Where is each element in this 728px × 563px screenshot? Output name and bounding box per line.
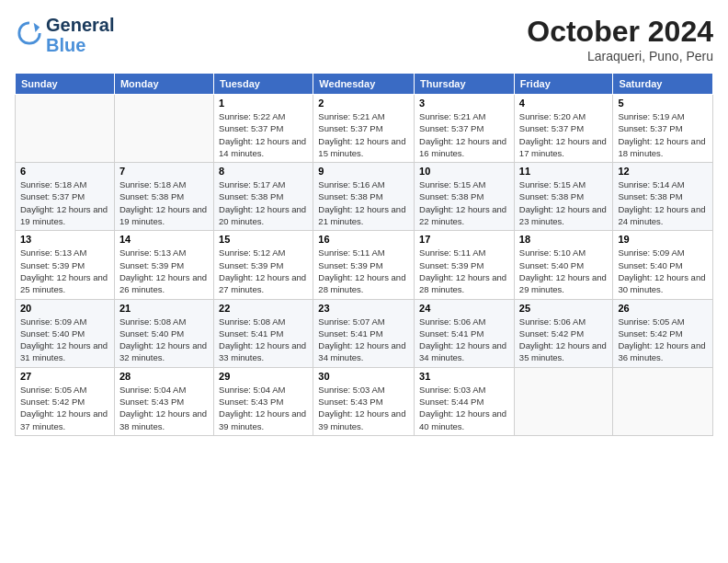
table-row: 27 Sunrise: 5:05 AMSunset: 5:42 PMDaylig…	[16, 367, 115, 435]
col-tuesday: Tuesday	[214, 74, 313, 95]
col-thursday: Thursday	[415, 74, 515, 95]
day-info: Sunrise: 5:20 AMSunset: 5:37 PMDaylight:…	[519, 110, 609, 159]
day-info: Sunrise: 5:10 AMSunset: 5:40 PMDaylight:…	[519, 247, 609, 295]
day-info: Sunrise: 5:09 AMSunset: 5:40 PMDaylight:…	[20, 316, 109, 364]
day-info: Sunrise: 5:19 AMSunset: 5:37 PMDaylight:…	[618, 110, 708, 159]
day-info: Sunrise: 5:13 AMSunset: 5:39 PMDaylight:…	[20, 247, 109, 295]
logo-text-line1: General	[46, 15, 114, 35]
col-friday: Friday	[514, 74, 613, 95]
table-row: 1 Sunrise: 5:22 AMSunset: 5:37 PMDayligh…	[214, 95, 313, 163]
table-row: 24 Sunrise: 5:06 AMSunset: 5:41 PMDaylig…	[415, 299, 515, 367]
day-number: 18	[519, 234, 609, 245]
calendar-week-row: 1 Sunrise: 5:22 AMSunset: 5:37 PMDayligh…	[16, 95, 713, 163]
table-row	[16, 95, 115, 163]
day-info: Sunrise: 5:17 AMSunset: 5:38 PMDaylight:…	[219, 178, 308, 227]
day-info: Sunrise: 5:05 AMSunset: 5:42 PMDaylight:…	[618, 316, 708, 364]
calendar-subtitle: Laraqueri, Puno, Peru	[527, 49, 713, 63]
table-row: 23 Sunrise: 5:07 AMSunset: 5:41 PMDaylig…	[313, 299, 415, 367]
day-number: 1	[219, 98, 308, 109]
table-row: 13 Sunrise: 5:13 AMSunset: 5:39 PMDaylig…	[16, 231, 115, 299]
day-info: Sunrise: 5:04 AMSunset: 5:43 PMDaylight:…	[119, 384, 209, 432]
col-monday: Monday	[114, 74, 213, 95]
table-row: 20 Sunrise: 5:09 AMSunset: 5:40 PMDaylig…	[16, 299, 115, 367]
table-row: 7 Sunrise: 5:18 AMSunset: 5:38 PMDayligh…	[114, 163, 213, 231]
day-number: 23	[318, 303, 409, 314]
day-info: Sunrise: 5:06 AMSunset: 5:42 PMDaylight:…	[519, 316, 609, 364]
table-row: 29 Sunrise: 5:04 AMSunset: 5:43 PMDaylig…	[214, 367, 313, 435]
table-row: 11 Sunrise: 5:15 AMSunset: 5:38 PMDaylig…	[514, 163, 613, 231]
col-sunday: Sunday	[16, 74, 115, 95]
day-number: 24	[419, 303, 509, 314]
calendar-week-row: 27 Sunrise: 5:05 AMSunset: 5:42 PMDaylig…	[16, 367, 713, 435]
day-info: Sunrise: 5:11 AMSunset: 5:39 PMDaylight:…	[318, 247, 409, 295]
page: General Blue October 2024 Laraqueri, Pun…	[0, 0, 728, 563]
day-number: 19	[618, 234, 708, 245]
day-number: 28	[119, 371, 209, 382]
day-info: Sunrise: 5:12 AMSunset: 5:39 PMDaylight:…	[219, 247, 308, 295]
day-info: Sunrise: 5:03 AMSunset: 5:44 PMDaylight:…	[419, 384, 509, 432]
day-number: 25	[519, 303, 609, 314]
table-row: 26 Sunrise: 5:05 AMSunset: 5:42 PMDaylig…	[613, 299, 713, 367]
table-row: 3 Sunrise: 5:21 AMSunset: 5:37 PMDayligh…	[415, 95, 515, 163]
day-number: 2	[318, 98, 409, 109]
table-row: 25 Sunrise: 5:06 AMSunset: 5:42 PMDaylig…	[514, 299, 613, 367]
calendar-table: Sunday Monday Tuesday Wednesday Thursday…	[15, 73, 713, 436]
day-info: Sunrise: 5:14 AMSunset: 5:38 PMDaylight:…	[618, 178, 708, 227]
day-info: Sunrise: 5:05 AMSunset: 5:42 PMDaylight:…	[20, 384, 109, 432]
day-number: 14	[119, 234, 209, 245]
day-number: 5	[618, 98, 708, 109]
day-number: 16	[318, 234, 409, 245]
table-row: 6 Sunrise: 5:18 AMSunset: 5:37 PMDayligh…	[16, 163, 115, 231]
table-row: 15 Sunrise: 5:12 AMSunset: 5:39 PMDaylig…	[214, 231, 313, 299]
day-info: Sunrise: 5:21 AMSunset: 5:37 PMDaylight:…	[318, 110, 409, 159]
day-number: 22	[219, 303, 308, 314]
day-number: 9	[318, 166, 409, 177]
day-info: Sunrise: 5:09 AMSunset: 5:40 PMDaylight:…	[618, 247, 708, 295]
day-info: Sunrise: 5:08 AMSunset: 5:40 PMDaylight:…	[119, 316, 209, 364]
table-row: 19 Sunrise: 5:09 AMSunset: 5:40 PMDaylig…	[613, 231, 713, 299]
day-info: Sunrise: 5:08 AMSunset: 5:41 PMDaylight:…	[219, 316, 308, 364]
table-row: 18 Sunrise: 5:10 AMSunset: 5:40 PMDaylig…	[514, 231, 613, 299]
day-info: Sunrise: 5:07 AMSunset: 5:41 PMDaylight:…	[318, 316, 409, 364]
day-number: 10	[419, 166, 509, 177]
day-number: 13	[20, 234, 109, 245]
table-row: 8 Sunrise: 5:17 AMSunset: 5:38 PMDayligh…	[214, 163, 313, 231]
table-row: 2 Sunrise: 5:21 AMSunset: 5:37 PMDayligh…	[313, 95, 415, 163]
day-number: 11	[519, 166, 609, 177]
table-row: 28 Sunrise: 5:04 AMSunset: 5:43 PMDaylig…	[114, 367, 213, 435]
title-block: October 2024 Laraqueri, Puno, Peru	[527, 15, 713, 63]
day-number: 21	[119, 303, 209, 314]
table-row: 30 Sunrise: 5:03 AMSunset: 5:43 PMDaylig…	[313, 367, 415, 435]
table-row: 21 Sunrise: 5:08 AMSunset: 5:40 PMDaylig…	[114, 299, 213, 367]
day-info: Sunrise: 5:13 AMSunset: 5:39 PMDaylight:…	[119, 247, 209, 295]
day-info: Sunrise: 5:22 AMSunset: 5:37 PMDaylight:…	[219, 110, 308, 159]
day-number: 7	[119, 166, 209, 177]
header: General Blue October 2024 Laraqueri, Pun…	[15, 15, 713, 63]
day-number: 6	[20, 166, 109, 177]
day-info: Sunrise: 5:06 AMSunset: 5:41 PMDaylight:…	[419, 316, 509, 364]
day-number: 12	[618, 166, 708, 177]
day-number: 20	[20, 303, 109, 314]
col-saturday: Saturday	[613, 74, 713, 95]
day-number: 29	[219, 371, 308, 382]
day-info: Sunrise: 5:04 AMSunset: 5:43 PMDaylight:…	[219, 384, 308, 432]
table-row: 17 Sunrise: 5:11 AMSunset: 5:39 PMDaylig…	[415, 231, 515, 299]
day-info: Sunrise: 5:18 AMSunset: 5:38 PMDaylight:…	[119, 178, 209, 227]
table-row	[613, 367, 713, 435]
day-number: 15	[219, 234, 308, 245]
logo-text-line2: Blue	[46, 35, 114, 55]
calendar-week-row: 6 Sunrise: 5:18 AMSunset: 5:37 PMDayligh…	[16, 163, 713, 231]
calendar-header-row: Sunday Monday Tuesday Wednesday Thursday…	[16, 74, 713, 95]
table-row: 22 Sunrise: 5:08 AMSunset: 5:41 PMDaylig…	[214, 299, 313, 367]
table-row: 10 Sunrise: 5:15 AMSunset: 5:38 PMDaylig…	[415, 163, 515, 231]
day-info: Sunrise: 5:15 AMSunset: 5:38 PMDaylight:…	[519, 178, 609, 227]
logo: General Blue	[15, 15, 114, 55]
table-row: 16 Sunrise: 5:11 AMSunset: 5:39 PMDaylig…	[313, 231, 415, 299]
day-number: 30	[318, 371, 409, 382]
day-number: 4	[519, 98, 609, 109]
day-info: Sunrise: 5:15 AMSunset: 5:38 PMDaylight:…	[419, 178, 509, 227]
day-info: Sunrise: 5:18 AMSunset: 5:37 PMDaylight:…	[20, 178, 109, 227]
table-row	[514, 367, 613, 435]
col-wednesday: Wednesday	[313, 74, 415, 95]
day-info: Sunrise: 5:11 AMSunset: 5:39 PMDaylight:…	[419, 247, 509, 295]
